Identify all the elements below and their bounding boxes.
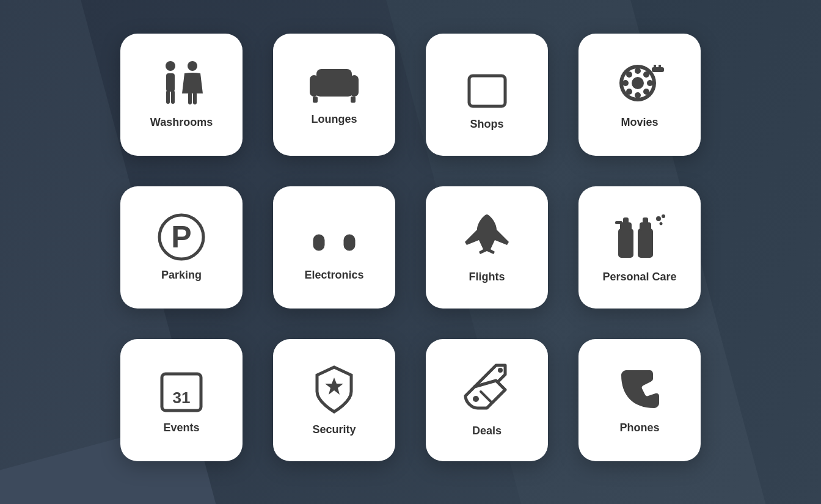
svg-rect-5 [188,92,192,104]
electronics-icon [310,213,359,261]
svg-text:P: P [171,220,191,254]
svg-point-24 [643,71,649,78]
svg-point-18 [635,68,641,74]
svg-rect-11 [313,97,318,103]
svg-rect-10 [316,69,352,82]
svg-point-44 [660,222,663,225]
washrooms-card[interactable]: Washrooms [120,34,243,156]
events-card[interactable]: 31 Events [120,339,243,461]
shops-card[interactable]: Shops [426,34,548,156]
svg-rect-39 [640,222,651,231]
app-grid: Washrooms Lounges [0,0,821,495]
movies-label: Movies [621,116,658,130]
washrooms-icon [154,60,209,109]
svg-point-25 [626,89,632,95]
movies-card[interactable]: Movies [578,34,701,156]
flights-card[interactable]: Flights [426,186,548,309]
svg-rect-2 [166,90,170,104]
electronics-card[interactable]: Electronics [273,186,395,309]
deals-card[interactable]: Deals [426,339,548,461]
svg-rect-6 [193,92,197,104]
events-label: Events [163,422,199,435]
movies-icon [612,60,667,109]
deals-icon [462,362,511,417]
svg-point-51 [498,368,503,373]
svg-text:31: 31 [173,389,191,407]
security-label: Security [312,423,356,437]
svg-rect-3 [171,90,175,104]
phones-card[interactable]: Phones [578,339,701,461]
parking-card[interactable]: P Parking [120,186,243,309]
svg-point-19 [635,92,641,98]
parking-icon: P [157,213,206,261]
svg-point-17 [632,77,644,89]
shops-label: Shops [470,118,503,131]
svg-rect-35 [618,228,633,258]
svg-rect-1 [166,73,175,92]
lounges-label: Lounges [312,113,357,126]
phones-icon [615,365,664,414]
events-icon: 31 [157,365,206,414]
lounges-card[interactable]: Lounges [273,34,395,156]
electronics-label: Electronics [304,269,363,282]
lounges-icon [307,63,362,106]
phones-label: Phones [619,422,659,435]
svg-point-52 [473,396,479,402]
svg-point-23 [643,89,649,95]
security-card[interactable]: Security [273,339,395,461]
svg-point-22 [626,71,632,78]
svg-point-0 [166,61,175,71]
svg-rect-37 [623,217,629,224]
personal-care-icon [612,211,667,263]
svg-point-4 [188,61,197,71]
deals-label: Deals [472,425,502,438]
parking-label: Parking [161,269,202,282]
washrooms-label: Washrooms [150,116,213,130]
svg-rect-27 [654,65,656,67]
svg-point-42 [656,216,661,221]
svg-point-20 [622,80,629,86]
security-icon [312,364,357,416]
svg-rect-14 [469,76,505,106]
svg-point-21 [647,80,653,86]
svg-rect-26 [652,67,664,72]
svg-rect-38 [638,228,653,258]
flights-icon [461,211,513,263]
shops-icon [464,59,510,111]
svg-point-43 [662,214,665,218]
svg-rect-28 [659,65,661,67]
personal-care-card[interactable]: Personal Care [578,186,701,309]
svg-rect-40 [643,217,648,224]
svg-rect-41 [615,221,622,224]
personal-care-label: Personal Care [602,271,676,284]
flights-label: Flights [469,271,505,284]
svg-rect-12 [351,97,356,103]
